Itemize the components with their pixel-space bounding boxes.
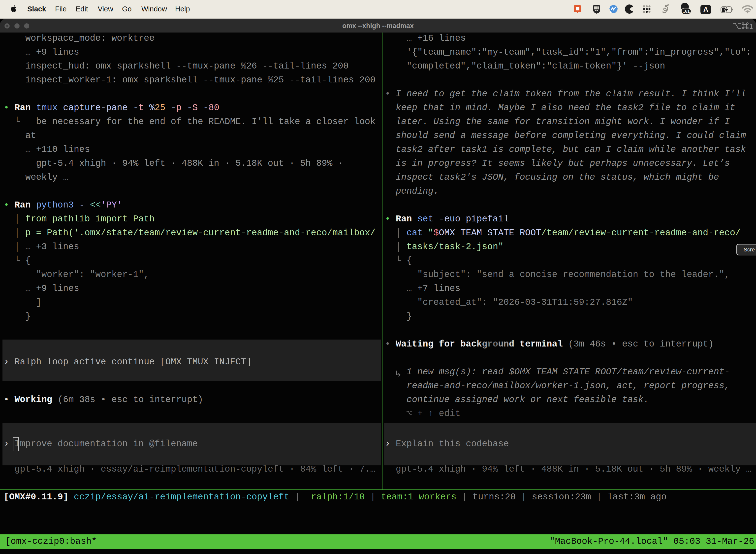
svg-text:..61: ..61: [683, 9, 690, 14]
svg-text:1: 1: [749, 22, 753, 31]
